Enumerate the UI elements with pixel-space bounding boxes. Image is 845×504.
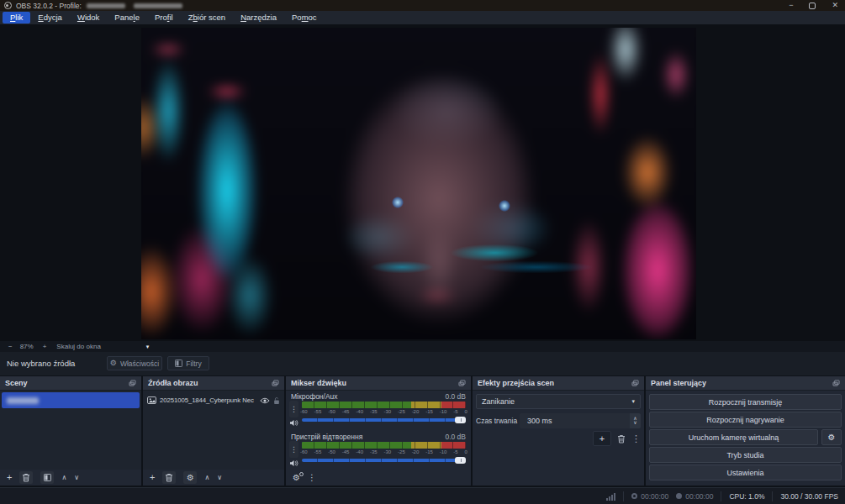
duration-spinbox[interactable]: 300 ms ∧ ∨ xyxy=(520,413,641,428)
menu-panele[interactable]: Panele xyxy=(107,12,147,24)
scene-list-item-selected[interactable] xyxy=(2,392,140,408)
minimize-button[interactable]: − xyxy=(789,0,793,11)
move-scene-up-button[interactable]: ∧ xyxy=(61,474,66,481)
trash-icon xyxy=(22,473,30,482)
fps-counter: 30.00 / 30.00 FPS xyxy=(780,492,838,501)
studio-mode-button[interactable]: Tryb studia xyxy=(649,447,842,463)
preview-canvas[interactable] xyxy=(141,28,696,339)
no-source-message: Nie wybrano źródła xyxy=(7,359,75,368)
scale-mode-label: Skaluj do okna xyxy=(56,343,100,350)
chevron-down-icon: ▾ xyxy=(146,344,150,350)
source-list: 20251005_1844_Cyberpunk Nec xyxy=(143,391,284,470)
record-time: 00:00:00 xyxy=(685,492,713,501)
zoom-out-button[interactable]: − xyxy=(8,343,13,350)
volume-slider[interactable] xyxy=(302,418,466,422)
mixer-toolbar: ⚙ ⋮ xyxy=(286,470,471,486)
sources-dock: Źródła obrazu 20251005_1844_Cyberpunk Ne… xyxy=(143,376,284,486)
transition-selected-value: Zanikanie xyxy=(482,397,515,406)
record-status-icon xyxy=(676,493,682,499)
volume-slider-handle[interactable] xyxy=(455,417,466,423)
obs-window: OBS 32.0.2 - Profile: − ✕ Plik Edycja Wi… xyxy=(0,0,845,504)
source-toolbar: Nie wybrano źródła ⚙ Właściwości Filtry xyxy=(0,352,845,375)
filters-button[interactable]: Filtry xyxy=(167,356,209,370)
menu-narzedzia[interactable]: Narzędzia xyxy=(233,12,284,24)
mixer-channel-name: Пристрій відтворення xyxy=(291,433,362,441)
dock-float-icon[interactable] xyxy=(272,380,279,386)
spin-down-icon[interactable]: ∨ xyxy=(633,421,636,425)
spin-buttons[interactable]: ∧ ∨ xyxy=(630,413,641,428)
scenes-dock: Sceny + xyxy=(0,376,141,486)
volume-meter xyxy=(302,402,466,408)
menu-pomoc[interactable]: Pomoc xyxy=(284,12,325,24)
menu-profil[interactable]: Profil xyxy=(147,12,181,24)
scene-filters-button[interactable] xyxy=(40,471,54,484)
menu-edycja[interactable]: Edycja xyxy=(30,12,70,24)
scenes-dock-header[interactable]: Sceny xyxy=(0,376,141,391)
move-source-up-button[interactable]: ∧ xyxy=(204,474,209,481)
stats-signal-icon xyxy=(606,492,615,501)
dock-float-icon[interactable] xyxy=(129,380,136,386)
lock-open-icon[interactable] xyxy=(273,396,280,405)
move-source-down-button[interactable]: ∨ xyxy=(217,474,222,481)
transitions-title: Efekty przejścia scen xyxy=(478,379,554,387)
zoom-in-button[interactable]: + xyxy=(43,343,47,350)
volume-slider[interactable] xyxy=(302,459,466,462)
remove-transition-button trash-icon[interactable] xyxy=(617,434,626,444)
virtual-camera-settings-button[interactable]: ⚙ xyxy=(821,429,842,445)
dock-float-icon[interactable] xyxy=(631,380,639,386)
transitions-dock-header[interactable]: Efekty przejścia scen xyxy=(473,376,644,391)
close-button[interactable]: ✕ xyxy=(832,0,838,11)
duration-value: 300 ms xyxy=(527,417,552,425)
transitions-toolbar: + ⋮ xyxy=(593,431,641,446)
speaker-icon[interactable] xyxy=(289,415,298,430)
start-virtual-camera-button[interactable]: Uruchom kamerę wirtualną xyxy=(649,429,818,445)
audio-mixer-dock: Mikser dźwięku Мікрофон/Aux 0.0 dB ⋮ -60… xyxy=(286,376,471,486)
controls-dock: Panel sterujący Rozpocznij transmisję Ro… xyxy=(646,376,845,486)
gear-icon: ⚙ xyxy=(110,360,117,367)
source-list-item[interactable]: 20251005_1844_Cyberpunk Nec xyxy=(143,392,284,408)
speaker-icon[interactable] xyxy=(289,455,298,470)
redacted-scene-name xyxy=(7,397,39,404)
volume-slider-handle[interactable] xyxy=(455,457,466,464)
dock-float-icon[interactable] xyxy=(832,380,840,386)
scale-mode-dropdown[interactable]: Skaluj do okna ▾ xyxy=(56,343,149,350)
window-title: OBS 32.0.2 - Profile: xyxy=(16,2,82,10)
mixer-menu-button[interactable]: ⋮ xyxy=(308,473,316,482)
menu-widok[interactable]: Widok xyxy=(70,12,107,24)
restore-button[interactable] xyxy=(809,3,816,9)
start-streaming-button[interactable]: Rozpocznij transmisję xyxy=(649,394,842,410)
add-scene-button[interactable]: + xyxy=(7,473,12,482)
properties-button[interactable]: ⚙ Właściwości xyxy=(107,356,162,370)
sources-toolbar: + ⚙ ∧ ∨ xyxy=(143,470,284,486)
controls-dock-header[interactable]: Panel sterujący xyxy=(646,376,845,391)
add-transition-button[interactable]: + xyxy=(593,431,611,446)
image-source-icon xyxy=(147,396,156,404)
remove-scene-button[interactable] xyxy=(19,471,33,484)
dock-float-icon[interactable] xyxy=(458,380,466,386)
transition-menu-button[interactable]: ⋮ xyxy=(631,433,641,444)
menu-plik[interactable]: Plik xyxy=(3,12,30,24)
mixer-title: Mikser dźwięku xyxy=(291,379,346,387)
settings-button[interactable]: Ustawienia xyxy=(649,465,842,480)
transition-select[interactable]: Zanikanie ▾ xyxy=(476,394,641,409)
mixer-dock-header[interactable]: Mikser dźwięku xyxy=(286,376,471,391)
visibility-eye-icon[interactable] xyxy=(260,397,270,404)
filters-label: Filtry xyxy=(186,360,201,368)
cpu-usage: CPU: 1.0% xyxy=(729,492,764,501)
scene-list xyxy=(0,391,141,470)
trash-icon xyxy=(165,473,173,482)
obs-logo-icon xyxy=(4,2,12,9)
source-properties-button[interactable]: ⚙ xyxy=(183,471,197,484)
sources-dock-header[interactable]: Źródła obrazu xyxy=(143,376,284,391)
scene-image-highlights xyxy=(141,28,696,339)
chevron-down-icon: ▾ xyxy=(631,398,635,405)
add-source-button[interactable]: + xyxy=(150,473,155,482)
controls-title: Panel sterujący xyxy=(651,379,706,387)
start-recording-button[interactable]: Rozpocznij nagrywanie xyxy=(649,412,842,428)
menu-zbior-scen[interactable]: Zbiór scen xyxy=(181,12,233,24)
source-name: 20251005_1844_Cyberpunk Nec xyxy=(160,396,256,404)
move-scene-down-button[interactable]: ∨ xyxy=(74,474,79,481)
mixer-channel-level: 0.0 dB xyxy=(445,433,466,441)
remove-source-button[interactable] xyxy=(162,471,176,484)
advanced-audio-icon[interactable]: ⚙ xyxy=(293,474,300,482)
